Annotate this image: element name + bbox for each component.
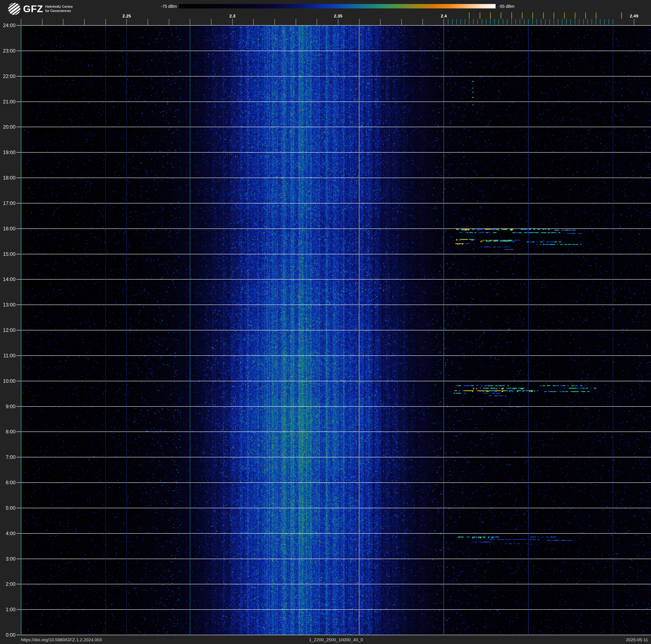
hour-label: 15:00	[0, 252, 16, 257]
hour-label: 13:00	[0, 302, 16, 308]
wifi-channel-tick	[522, 12, 523, 19]
freq-tick	[423, 19, 423, 25]
bt-channel-tick	[473, 19, 473, 25]
freq-tick	[148, 19, 148, 25]
hour-tick	[17, 482, 21, 483]
bt-channel-tick	[536, 19, 537, 25]
freq-label: 2.35	[334, 13, 342, 19]
freq-tick	[232, 19, 233, 25]
freq-label: 2.49	[630, 13, 639, 19]
hour-tick	[17, 25, 21, 26]
freq-tick	[275, 19, 275, 25]
bt-channel-tick	[604, 19, 605, 25]
hour-tick	[17, 355, 21, 356]
hour-label: 8:00	[0, 429, 16, 435]
bt-channel-tick	[516, 19, 516, 25]
hour-label: 21:00	[0, 99, 16, 105]
freq-tick	[21, 19, 21, 25]
freq-tick	[63, 19, 63, 25]
bt-channel-tick	[520, 19, 520, 25]
hour-label: 2:00	[0, 581, 16, 587]
hour-label: 4:00	[0, 531, 16, 536]
spectrogram-canvas	[21, 25, 651, 635]
hour-label: 23:00	[0, 48, 16, 54]
hour-label: 3:00	[0, 556, 16, 562]
hour-label: 10:00	[0, 378, 16, 384]
bt-channel-tick	[545, 19, 546, 25]
wifi-channel-tick	[554, 12, 554, 19]
freq-tick	[296, 19, 296, 25]
bt-channel-tick	[549, 19, 550, 25]
freq-tick	[338, 19, 338, 25]
hour-tick	[17, 533, 21, 534]
wifi-channel-tick	[512, 12, 512, 19]
hour-label: 20:00	[0, 124, 16, 130]
wifi-channel-tick	[469, 12, 470, 19]
bt-channel-tick	[596, 19, 596, 25]
hour-label: 5:00	[0, 505, 16, 511]
hour-label: 11:00	[0, 353, 16, 358]
bt-channel-tick	[494, 19, 495, 25]
gfz-brand-text: GFZ	[23, 4, 43, 14]
freq-label: 2.4	[441, 13, 447, 19]
bt-channel-tick	[579, 19, 579, 25]
hour-tick	[17, 127, 21, 127]
freq-tick	[42, 19, 42, 25]
hour-label: 7:00	[0, 455, 16, 460]
bt-channel-tick	[477, 19, 478, 25]
bt-channel-tick	[592, 19, 592, 25]
wifi-channel-tick	[621, 12, 622, 19]
hour-tick	[17, 330, 21, 330]
freq-tick	[253, 19, 254, 25]
freq-tick	[105, 19, 106, 25]
hour-label: 6:00	[0, 480, 16, 485]
hour-tick	[17, 101, 21, 102]
hour-label: 19:00	[0, 150, 16, 155]
gfz-logo: GFZ Helmholtz Centre for Geosciences	[7, 2, 73, 16]
bt-channel-tick	[524, 19, 524, 25]
bt-channel-tick	[566, 19, 566, 25]
hour-tick	[17, 635, 21, 635]
hour-label: 9:00	[0, 404, 16, 409]
hour-label: 17:00	[0, 201, 16, 206]
wifi-channel-tick	[585, 12, 586, 19]
bt-channel-tick	[554, 19, 554, 25]
wifi-channel-tick	[532, 12, 533, 19]
hour-label: 1:00	[0, 607, 16, 612]
bt-channel-tick	[512, 19, 512, 25]
bt-channel-tick	[499, 19, 499, 25]
bt-channel-tick	[456, 19, 457, 25]
colorbar-gradient	[179, 4, 496, 8]
freq-tick	[84, 19, 85, 25]
freq-tick	[126, 19, 127, 25]
hour-label: 22:00	[0, 74, 16, 79]
hour-label: 0:00	[0, 632, 16, 638]
hour-tick	[17, 584, 21, 584]
wifi-channel-tick	[564, 12, 565, 19]
bt-channel-tick	[613, 19, 613, 25]
hour-label: 24:00	[0, 23, 16, 28]
hour-tick	[17, 178, 21, 178]
hour-tick	[17, 229, 21, 229]
colorbar-min-label: -75 dBm	[138, 4, 177, 9]
hour-tick	[17, 51, 21, 51]
bt-channel-tick	[570, 19, 571, 25]
bt-channel-tick	[503, 19, 503, 25]
bt-channel-tick	[490, 19, 491, 25]
wifi-channel-tick	[575, 12, 576, 19]
bt-channel-tick	[507, 19, 507, 25]
freq-tick	[169, 19, 169, 25]
hour-tick	[17, 279, 21, 280]
gfz-logo-icon	[7, 2, 21, 16]
bt-channel-tick	[583, 19, 584, 25]
hour-tick	[17, 76, 21, 77]
bt-channel-tick	[482, 19, 482, 25]
hour-tick	[17, 559, 21, 559]
bt-channel-tick	[486, 19, 486, 25]
freq-tick	[359, 19, 360, 25]
bt-channel-tick	[541, 19, 541, 25]
freq-tick	[401, 19, 402, 25]
bt-channel-tick	[448, 19, 448, 25]
freq-tick	[634, 19, 634, 25]
hour-tick	[17, 203, 21, 203]
